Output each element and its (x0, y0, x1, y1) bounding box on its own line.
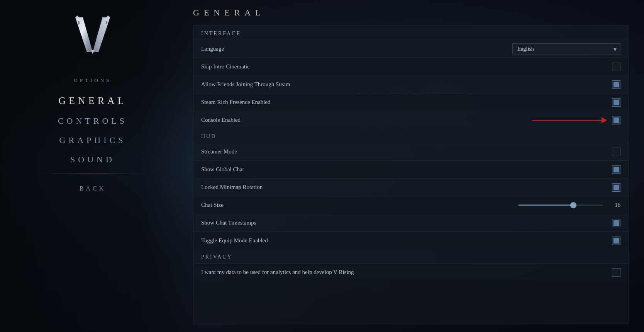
setting-label-steam-rich-presence: Steam Rich Presence Enabled (201, 99, 612, 106)
setting-row-chat-size: Chat Size 16 (193, 196, 628, 214)
setting-row-allow-friends: Allow Friends Joining Through Steam (193, 75, 628, 93)
show-timestamps-control (612, 219, 620, 227)
svg-marker-3 (106, 15, 110, 17)
setting-row-console-enabled: Console Enabled (193, 111, 628, 129)
chat-size-control: 16 (518, 202, 620, 208)
setting-label-skip-intro: Skip Intro Cinematic (201, 63, 612, 70)
streamer-mode-checkbox[interactable] (612, 148, 620, 156)
svg-rect-6 (78, 21, 80, 24)
setting-row-show-timestamps: Show Chat Timestamps (193, 214, 628, 232)
analytics-control (612, 268, 620, 277)
steam-rich-presence-checkbox[interactable] (612, 98, 620, 107)
chat-size-slider-container: 16 (518, 202, 620, 208)
setting-label-show-timestamps: Show Chat Timestamps (201, 220, 612, 226)
svg-marker-2 (75, 15, 79, 17)
chat-size-slider-fill (518, 204, 573, 206)
setting-label-console-enabled: Console Enabled (201, 117, 612, 123)
allow-friends-control (612, 80, 620, 89)
content-area: GENERAL INTERFACE Language English Skip … (185, 0, 644, 332)
setting-row-locked-minimap: Locked Minimap Rotation (193, 178, 628, 196)
setting-label-language: Language (201, 46, 512, 52)
setting-label-show-global-chat: Show Global Chat (201, 166, 612, 173)
setting-label-allow-friends: Allow Friends Joining Through Steam (201, 81, 612, 88)
language-control: English (512, 43, 620, 54)
svg-marker-0 (75, 17, 93, 52)
logo-container (73, 15, 112, 66)
setting-label-locked-minimap: Locked Minimap Rotation (201, 184, 612, 191)
show-global-chat-control (612, 165, 620, 174)
sidebar: OPTIONS GENERAL CONTROLS GRAPHICS SOUND … (0, 0, 185, 332)
locked-minimap-checkbox[interactable] (612, 183, 620, 192)
page-title: GENERAL (193, 8, 629, 18)
toggle-equip-checkbox[interactable] (612, 237, 620, 245)
steam-rich-presence-control (612, 98, 620, 107)
svg-marker-1 (93, 17, 110, 52)
chat-size-value: 16 (609, 202, 620, 208)
setting-row-analytics: I want my data to be used for analytics … (193, 263, 628, 281)
nav-back[interactable]: BACK (72, 181, 114, 196)
nav-item-graphics[interactable]: GRAPHICS (0, 131, 185, 149)
setting-row-show-global-chat: Show Global Chat (193, 160, 628, 178)
language-dropdown-wrapper: English (512, 43, 620, 54)
skip-intro-control (612, 63, 620, 71)
setting-label-chat-size: Chat Size (201, 202, 518, 208)
setting-label-toggle-equip: Toggle Equip Mode Enabled (201, 237, 612, 244)
section-header-interface: INTERFACE (193, 26, 628, 40)
v-rising-logo (73, 15, 112, 66)
setting-row-steam-rich-presence: Steam Rich Presence Enabled (193, 93, 628, 111)
nav-item-sound[interactable]: SOUND (0, 151, 185, 169)
chat-size-slider-thumb[interactable] (570, 202, 576, 208)
section-header-hud: HUD (193, 129, 628, 143)
allow-friends-checkbox[interactable] (612, 80, 620, 89)
setting-row-toggle-equip: Toggle Equip Mode Enabled (193, 232, 628, 249)
nav-menu: GENERAL CONTROLS GRAPHICS SOUND BACK (0, 91, 185, 196)
section-header-privacy: PRIVACY (193, 249, 628, 263)
locked-minimap-control (612, 183, 620, 192)
language-dropdown[interactable]: English (512, 43, 620, 54)
toggle-equip-control (612, 237, 620, 245)
setting-row-language: Language English (193, 40, 628, 58)
nav-item-controls[interactable]: CONTROLS (0, 112, 185, 130)
show-global-chat-checkbox[interactable] (612, 165, 620, 174)
setting-row-streamer-mode: Streamer Mode (193, 143, 628, 160)
console-enabled-checkbox[interactable] (612, 116, 620, 124)
nav-item-general[interactable]: GENERAL (0, 91, 185, 111)
skip-intro-checkbox[interactable] (612, 63, 620, 71)
analytics-checkbox[interactable] (612, 268, 620, 277)
setting-label-analytics: I want my data to be used for analytics … (201, 269, 612, 276)
setting-row-skip-intro: Skip Intro Cinematic (193, 58, 628, 75)
show-timestamps-checkbox[interactable] (612, 219, 620, 227)
nav-divider (37, 173, 148, 174)
setting-label-streamer-mode: Streamer Mode (201, 148, 612, 155)
options-label: OPTIONS (74, 77, 112, 83)
settings-panel: INTERFACE Language English Skip Intro Ci… (193, 26, 629, 324)
streamer-mode-control (612, 148, 620, 156)
svg-rect-7 (106, 21, 108, 24)
chat-size-slider-track[interactable] (518, 204, 603, 206)
console-enabled-control (612, 116, 620, 124)
